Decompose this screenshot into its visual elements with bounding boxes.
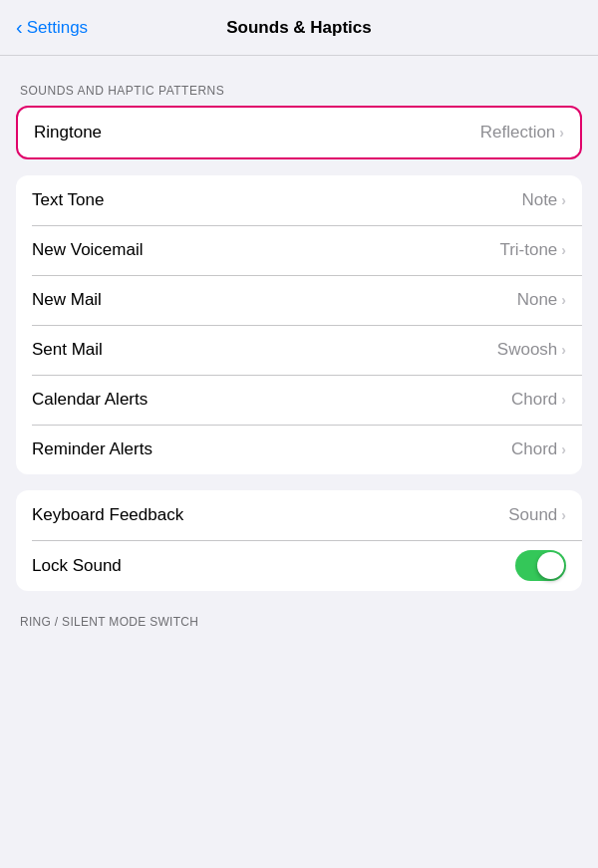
reminder-alerts-chevron-icon: ›: [561, 441, 566, 457]
calendar-alerts-chevron-icon: ›: [561, 392, 566, 408]
ringtone-value: Reflection: [480, 123, 556, 143]
back-label: Settings: [27, 18, 88, 38]
reminder-alerts-right: Chord ›: [511, 439, 566, 459]
keyboard-card: Keyboard Feedback Sound › Lock Sound: [16, 490, 582, 591]
new-mail-chevron-icon: ›: [561, 292, 566, 308]
nav-bar: ‹ Settings Sounds & Haptics: [0, 0, 598, 56]
new-voicemail-chevron-icon: ›: [561, 242, 566, 258]
lock-sound-toggle[interactable]: [515, 550, 566, 581]
text-tone-right: Note ›: [521, 190, 566, 210]
ringtone-chevron-icon: ›: [559, 125, 564, 141]
back-button[interactable]: ‹ Settings: [16, 18, 88, 38]
ringtone-card: Ringtone Reflection ›: [16, 106, 582, 159]
ringtone-right: Reflection ›: [480, 123, 564, 143]
new-mail-value: None: [517, 290, 558, 310]
sent-mail-right: Swoosh ›: [497, 340, 566, 360]
new-voicemail-item[interactable]: New Voicemail Tri-tone ›: [16, 225, 582, 275]
ringtone-label: Ringtone: [34, 123, 102, 143]
new-voicemail-label: New Voicemail: [32, 240, 144, 260]
new-mail-right: None ›: [517, 290, 566, 310]
ring-section-footer: Ring / Silent Mode Switch: [0, 607, 598, 629]
reminder-alerts-label: Reminder Alerts: [32, 439, 152, 459]
text-tone-value: Note: [521, 190, 557, 210]
keyboard-feedback-item[interactable]: Keyboard Feedback Sound ›: [16, 490, 582, 540]
sent-mail-value: Swoosh: [497, 340, 557, 360]
lock-sound-label: Lock Sound: [32, 556, 122, 576]
content: Sounds and Haptic Patterns Ringtone Refl…: [0, 56, 598, 629]
lock-sound-item: Lock Sound: [16, 540, 582, 591]
text-tone-label: Text Tone: [32, 190, 104, 210]
text-tone-chevron-icon: ›: [561, 192, 566, 208]
calendar-alerts-right: Chord ›: [511, 390, 566, 410]
sent-mail-item[interactable]: Sent Mail Swoosh ›: [16, 325, 582, 375]
keyboard-feedback-label: Keyboard Feedback: [32, 505, 183, 525]
sounds-section-header: Sounds and Haptic Patterns: [0, 84, 598, 106]
calendar-alerts-item[interactable]: Calendar Alerts Chord ›: [16, 375, 582, 425]
back-chevron-icon: ‹: [16, 17, 23, 37]
new-mail-label: New Mail: [32, 290, 102, 310]
new-voicemail-right: Tri-tone ›: [499, 240, 566, 260]
keyboard-feedback-chevron-icon: ›: [561, 507, 566, 523]
new-voicemail-value: Tri-tone: [499, 240, 557, 260]
keyboard-feedback-value: Sound: [508, 505, 557, 525]
reminder-alerts-item[interactable]: Reminder Alerts Chord ›: [16, 425, 582, 474]
sent-mail-label: Sent Mail: [32, 340, 103, 360]
calendar-alerts-value: Chord: [511, 390, 557, 410]
toggle-knob: [537, 552, 564, 579]
reminder-alerts-value: Chord: [511, 439, 557, 459]
page-title: Sounds & Haptics: [226, 18, 371, 38]
sent-mail-chevron-icon: ›: [561, 342, 566, 358]
text-tone-item[interactable]: Text Tone Note ›: [16, 175, 582, 225]
ringtone-item[interactable]: Ringtone Reflection ›: [18, 108, 580, 157]
keyboard-feedback-right: Sound ›: [508, 505, 566, 525]
sounds-card: Text Tone Note › New Voicemail Tri-tone …: [16, 175, 582, 474]
new-mail-item[interactable]: New Mail None ›: [16, 275, 582, 325]
calendar-alerts-label: Calendar Alerts: [32, 390, 148, 410]
